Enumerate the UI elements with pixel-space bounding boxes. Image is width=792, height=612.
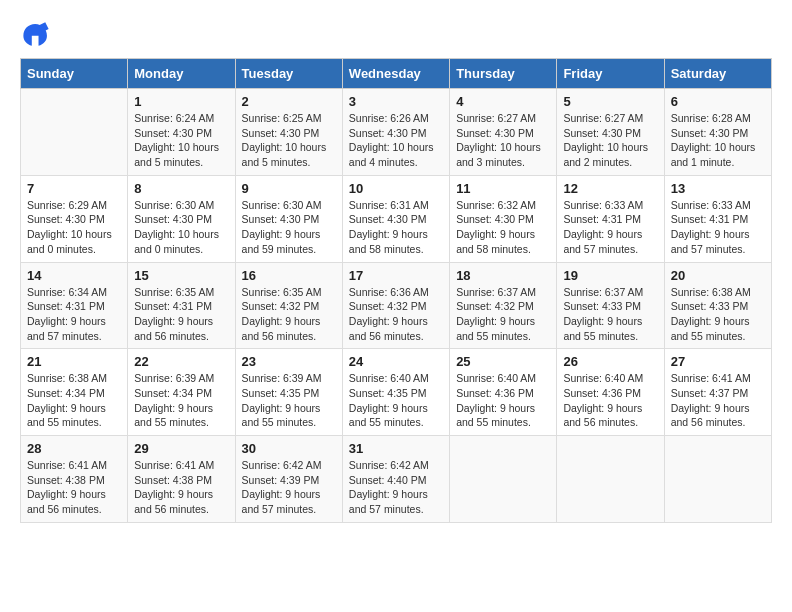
day-info: Sunrise: 6:39 AM Sunset: 4:34 PM Dayligh… <box>134 371 228 430</box>
day-number: 2 <box>242 94 336 109</box>
day-cell: 29Sunrise: 6:41 AM Sunset: 4:38 PM Dayli… <box>128 436 235 523</box>
day-number: 4 <box>456 94 550 109</box>
day-info: Sunrise: 6:40 AM Sunset: 4:36 PM Dayligh… <box>563 371 657 430</box>
day-info: Sunrise: 6:36 AM Sunset: 4:32 PM Dayligh… <box>349 285 443 344</box>
day-info: Sunrise: 6:32 AM Sunset: 4:30 PM Dayligh… <box>456 198 550 257</box>
day-info: Sunrise: 6:35 AM Sunset: 4:31 PM Dayligh… <box>134 285 228 344</box>
day-info: Sunrise: 6:33 AM Sunset: 4:31 PM Dayligh… <box>671 198 765 257</box>
logo-icon <box>20 20 52 48</box>
day-cell: 6Sunrise: 6:28 AM Sunset: 4:30 PM Daylig… <box>664 89 771 176</box>
day-number: 1 <box>134 94 228 109</box>
week-row-4: 21Sunrise: 6:38 AM Sunset: 4:34 PM Dayli… <box>21 349 772 436</box>
day-number: 21 <box>27 354 121 369</box>
day-cell: 31Sunrise: 6:42 AM Sunset: 4:40 PM Dayli… <box>342 436 449 523</box>
day-number: 20 <box>671 268 765 283</box>
day-info: Sunrise: 6:39 AM Sunset: 4:35 PM Dayligh… <box>242 371 336 430</box>
day-cell: 17Sunrise: 6:36 AM Sunset: 4:32 PM Dayli… <box>342 262 449 349</box>
day-info: Sunrise: 6:40 AM Sunset: 4:35 PM Dayligh… <box>349 371 443 430</box>
day-number: 7 <box>27 181 121 196</box>
header-day-friday: Friday <box>557 59 664 89</box>
week-row-3: 14Sunrise: 6:34 AM Sunset: 4:31 PM Dayli… <box>21 262 772 349</box>
day-cell: 21Sunrise: 6:38 AM Sunset: 4:34 PM Dayli… <box>21 349 128 436</box>
header-day-monday: Monday <box>128 59 235 89</box>
day-info: Sunrise: 6:27 AM Sunset: 4:30 PM Dayligh… <box>456 111 550 170</box>
day-cell: 5Sunrise: 6:27 AM Sunset: 4:30 PM Daylig… <box>557 89 664 176</box>
logo <box>20 20 56 48</box>
day-info: Sunrise: 6:38 AM Sunset: 4:33 PM Dayligh… <box>671 285 765 344</box>
day-info: Sunrise: 6:37 AM Sunset: 4:32 PM Dayligh… <box>456 285 550 344</box>
day-info: Sunrise: 6:35 AM Sunset: 4:32 PM Dayligh… <box>242 285 336 344</box>
day-number: 13 <box>671 181 765 196</box>
day-number: 31 <box>349 441 443 456</box>
day-info: Sunrise: 6:26 AM Sunset: 4:30 PM Dayligh… <box>349 111 443 170</box>
calendar: SundayMondayTuesdayWednesdayThursdayFrid… <box>20 58 772 523</box>
day-cell: 28Sunrise: 6:41 AM Sunset: 4:38 PM Dayli… <box>21 436 128 523</box>
day-info: Sunrise: 6:42 AM Sunset: 4:39 PM Dayligh… <box>242 458 336 517</box>
day-cell: 23Sunrise: 6:39 AM Sunset: 4:35 PM Dayli… <box>235 349 342 436</box>
day-info: Sunrise: 6:31 AM Sunset: 4:30 PM Dayligh… <box>349 198 443 257</box>
day-cell: 13Sunrise: 6:33 AM Sunset: 4:31 PM Dayli… <box>664 175 771 262</box>
day-cell <box>21 89 128 176</box>
day-info: Sunrise: 6:24 AM Sunset: 4:30 PM Dayligh… <box>134 111 228 170</box>
day-info: Sunrise: 6:25 AM Sunset: 4:30 PM Dayligh… <box>242 111 336 170</box>
day-number: 19 <box>563 268 657 283</box>
day-info: Sunrise: 6:33 AM Sunset: 4:31 PM Dayligh… <box>563 198 657 257</box>
day-number: 28 <box>27 441 121 456</box>
day-number: 23 <box>242 354 336 369</box>
header-day-tuesday: Tuesday <box>235 59 342 89</box>
day-number: 26 <box>563 354 657 369</box>
day-cell: 7Sunrise: 6:29 AM Sunset: 4:30 PM Daylig… <box>21 175 128 262</box>
day-number: 10 <box>349 181 443 196</box>
day-number: 22 <box>134 354 228 369</box>
day-info: Sunrise: 6:34 AM Sunset: 4:31 PM Dayligh… <box>27 285 121 344</box>
day-info: Sunrise: 6:37 AM Sunset: 4:33 PM Dayligh… <box>563 285 657 344</box>
day-info: Sunrise: 6:40 AM Sunset: 4:36 PM Dayligh… <box>456 371 550 430</box>
day-info: Sunrise: 6:41 AM Sunset: 4:38 PM Dayligh… <box>134 458 228 517</box>
day-cell: 12Sunrise: 6:33 AM Sunset: 4:31 PM Dayli… <box>557 175 664 262</box>
day-cell: 16Sunrise: 6:35 AM Sunset: 4:32 PM Dayli… <box>235 262 342 349</box>
day-cell: 26Sunrise: 6:40 AM Sunset: 4:36 PM Dayli… <box>557 349 664 436</box>
day-cell: 27Sunrise: 6:41 AM Sunset: 4:37 PM Dayli… <box>664 349 771 436</box>
day-cell: 25Sunrise: 6:40 AM Sunset: 4:36 PM Dayli… <box>450 349 557 436</box>
day-cell: 9Sunrise: 6:30 AM Sunset: 4:30 PM Daylig… <box>235 175 342 262</box>
day-number: 11 <box>456 181 550 196</box>
day-cell: 11Sunrise: 6:32 AM Sunset: 4:30 PM Dayli… <box>450 175 557 262</box>
day-cell: 8Sunrise: 6:30 AM Sunset: 4:30 PM Daylig… <box>128 175 235 262</box>
day-number: 12 <box>563 181 657 196</box>
day-number: 3 <box>349 94 443 109</box>
day-number: 16 <box>242 268 336 283</box>
day-cell: 18Sunrise: 6:37 AM Sunset: 4:32 PM Dayli… <box>450 262 557 349</box>
header-day-sunday: Sunday <box>21 59 128 89</box>
week-row-2: 7Sunrise: 6:29 AM Sunset: 4:30 PM Daylig… <box>21 175 772 262</box>
day-number: 25 <box>456 354 550 369</box>
day-number: 27 <box>671 354 765 369</box>
day-cell: 4Sunrise: 6:27 AM Sunset: 4:30 PM Daylig… <box>450 89 557 176</box>
calendar-body: 1Sunrise: 6:24 AM Sunset: 4:30 PM Daylig… <box>21 89 772 523</box>
day-info: Sunrise: 6:38 AM Sunset: 4:34 PM Dayligh… <box>27 371 121 430</box>
day-cell: 10Sunrise: 6:31 AM Sunset: 4:30 PM Dayli… <box>342 175 449 262</box>
day-cell: 15Sunrise: 6:35 AM Sunset: 4:31 PM Dayli… <box>128 262 235 349</box>
day-cell: 22Sunrise: 6:39 AM Sunset: 4:34 PM Dayli… <box>128 349 235 436</box>
day-cell: 1Sunrise: 6:24 AM Sunset: 4:30 PM Daylig… <box>128 89 235 176</box>
day-info: Sunrise: 6:27 AM Sunset: 4:30 PM Dayligh… <box>563 111 657 170</box>
page-header <box>20 20 772 48</box>
day-cell: 30Sunrise: 6:42 AM Sunset: 4:39 PM Dayli… <box>235 436 342 523</box>
day-cell <box>664 436 771 523</box>
day-number: 24 <box>349 354 443 369</box>
day-cell: 3Sunrise: 6:26 AM Sunset: 4:30 PM Daylig… <box>342 89 449 176</box>
day-info: Sunrise: 6:30 AM Sunset: 4:30 PM Dayligh… <box>242 198 336 257</box>
day-cell <box>557 436 664 523</box>
day-number: 14 <box>27 268 121 283</box>
week-row-5: 28Sunrise: 6:41 AM Sunset: 4:38 PM Dayli… <box>21 436 772 523</box>
week-row-1: 1Sunrise: 6:24 AM Sunset: 4:30 PM Daylig… <box>21 89 772 176</box>
day-info: Sunrise: 6:42 AM Sunset: 4:40 PM Dayligh… <box>349 458 443 517</box>
day-info: Sunrise: 6:41 AM Sunset: 4:38 PM Dayligh… <box>27 458 121 517</box>
header-day-wednesday: Wednesday <box>342 59 449 89</box>
header-day-saturday: Saturday <box>664 59 771 89</box>
header-row: SundayMondayTuesdayWednesdayThursdayFrid… <box>21 59 772 89</box>
day-cell: 20Sunrise: 6:38 AM Sunset: 4:33 PM Dayli… <box>664 262 771 349</box>
day-info: Sunrise: 6:29 AM Sunset: 4:30 PM Dayligh… <box>27 198 121 257</box>
day-cell: 19Sunrise: 6:37 AM Sunset: 4:33 PM Dayli… <box>557 262 664 349</box>
day-info: Sunrise: 6:28 AM Sunset: 4:30 PM Dayligh… <box>671 111 765 170</box>
day-number: 30 <box>242 441 336 456</box>
